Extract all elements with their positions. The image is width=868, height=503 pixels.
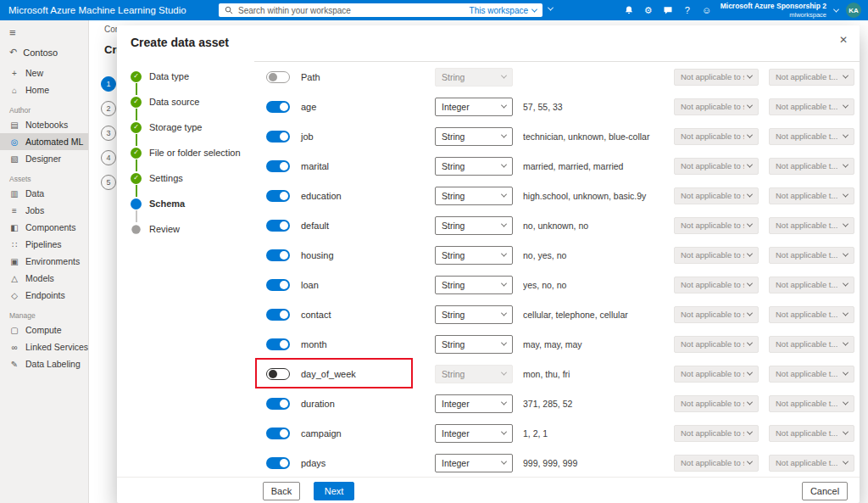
avatar[interactable]: KA bbox=[846, 3, 861, 18]
format-dropdown: Not applicable to sel... bbox=[674, 455, 759, 472]
type-dropdown[interactable]: String bbox=[435, 157, 513, 176]
include-toggle[interactable] bbox=[266, 131, 290, 143]
include-toggle[interactable] bbox=[266, 428, 290, 439]
type-dropdown[interactable]: Integer bbox=[435, 98, 513, 116]
sidebar-item-home[interactable]: ⌂Home bbox=[0, 81, 88, 98]
search-dropdown-caret-icon[interactable] bbox=[548, 5, 554, 11]
sidebar-item-data[interactable]: ▥Data bbox=[0, 185, 88, 202]
include-toggle[interactable] bbox=[266, 101, 290, 113]
column-type-cell: String bbox=[435, 365, 523, 383]
sidebar-item-notebooks[interactable]: ▤Notebooks bbox=[0, 116, 88, 133]
type-dropdown[interactable]: String bbox=[435, 276, 513, 294]
sidebar-item-designer[interactable]: ▧Designer bbox=[0, 150, 88, 167]
account-menu[interactable]: Microsoft Azure Sponsorship 2 mlworkspac… bbox=[721, 2, 826, 18]
sidebar-item-compute[interactable]: ▢Compute bbox=[0, 321, 88, 338]
cancel-button[interactable]: Cancel bbox=[802, 482, 848, 500]
sidebar-item-jobs[interactable]: ≡Jobs bbox=[0, 202, 88, 219]
sidebar-item-label: Models bbox=[25, 273, 54, 283]
format-dropdown-value: Not applicable to sel... bbox=[681, 458, 744, 467]
hamburger-menu-icon[interactable]: ≡ bbox=[0, 20, 88, 42]
settings-gear-icon[interactable]: ⚙ bbox=[643, 4, 654, 16]
format-dropdown-2-value: Not applicable t... bbox=[776, 369, 837, 378]
smiley-feedback-icon[interactable]: ☺ bbox=[701, 4, 713, 16]
type-dropdown[interactable]: Integer bbox=[435, 424, 513, 443]
chevron-down-icon bbox=[843, 221, 849, 227]
step-data-source[interactable]: ✓Data source bbox=[131, 95, 258, 109]
chevron-down-icon bbox=[747, 162, 753, 168]
column-name: loan bbox=[301, 280, 435, 290]
type-dropdown[interactable]: String bbox=[435, 246, 513, 265]
step-storage-type[interactable]: ✓Storage type bbox=[131, 120, 258, 134]
type-dropdown[interactable]: String bbox=[435, 216, 513, 235]
include-toggle[interactable] bbox=[266, 190, 290, 202]
type-dropdown[interactable]: String bbox=[435, 305, 513, 324]
column-examples: technician, unknown, blue-collar bbox=[523, 131, 674, 142]
include-toggle[interactable] bbox=[266, 249, 290, 261]
step-schema[interactable]: Schema bbox=[131, 197, 258, 210]
sidebar-item-models[interactable]: △Models bbox=[0, 270, 88, 287]
include-toggle[interactable] bbox=[266, 338, 290, 350]
format-dropdown-2: Not applicable t... bbox=[769, 128, 854, 145]
include-toggle[interactable] bbox=[266, 279, 290, 291]
type-dropdown[interactable]: Integer bbox=[435, 454, 513, 472]
format-dropdown-2-value: Not applicable t... bbox=[776, 250, 837, 260]
sidebar-item-label: Designer bbox=[25, 154, 61, 164]
format-dropdown: Not applicable to sel... bbox=[674, 306, 759, 323]
format-cell-2: Not applicable t... bbox=[769, 455, 860, 472]
step-data-type[interactable]: ✓Data type bbox=[131, 70, 258, 83]
chevron-down-icon bbox=[843, 251, 849, 257]
type-dropdown[interactable]: String bbox=[435, 187, 513, 205]
account-chevron-icon[interactable] bbox=[833, 6, 839, 12]
include-toggle[interactable] bbox=[266, 368, 290, 380]
format-cell: Not applicable to sel... bbox=[674, 395, 769, 412]
step-settings[interactable]: ✓Settings bbox=[131, 171, 258, 185]
search-input[interactable]: Search within your workspace This worksp… bbox=[219, 3, 542, 17]
column-name: day_of_week bbox=[301, 369, 435, 379]
sidebar-item-components[interactable]: ◧Components bbox=[0, 219, 88, 236]
workspace-name: mlworkspace bbox=[721, 11, 826, 19]
sidebar-item-endpoints[interactable]: ◇Endpoints bbox=[0, 287, 88, 304]
chevron-down-icon bbox=[747, 221, 753, 227]
notifications-bell-icon[interactable] bbox=[623, 4, 635, 16]
format-dropdown-value: Not applicable to sel... bbox=[681, 369, 744, 378]
include-toggle[interactable] bbox=[266, 309, 290, 321]
include-toggle[interactable] bbox=[266, 220, 290, 232]
format-dropdown-2-value: Not applicable t... bbox=[776, 191, 837, 200]
tenant-switcher[interactable]: ↶ Contoso bbox=[0, 42, 88, 64]
next-button[interactable]: Next bbox=[314, 482, 354, 500]
sidebar-item-automated-ml[interactable]: ◎Automated ML bbox=[0, 133, 88, 150]
step-file-or-folder-selection[interactable]: ✓File or folder selection bbox=[131, 146, 258, 159]
sidebar-item-environments[interactable]: ▣Environments bbox=[0, 253, 88, 270]
feedback-icon[interactable] bbox=[662, 4, 674, 16]
toggle-knob bbox=[280, 400, 288, 408]
workspace-scope-selector[interactable]: This workspace bbox=[470, 6, 537, 15]
format-dropdown: Not applicable to sel... bbox=[674, 128, 759, 145]
format-cell-2: Not applicable t... bbox=[769, 336, 860, 353]
format-dropdown-2: Not applicable t... bbox=[769, 247, 854, 264]
type-dropdown[interactable]: String bbox=[435, 335, 513, 354]
toggle-knob bbox=[280, 459, 288, 467]
close-icon[interactable]: ✕ bbox=[839, 34, 848, 46]
type-dropdown: String bbox=[435, 68, 513, 87]
type-dropdown[interactable]: String bbox=[435, 127, 513, 146]
help-icon[interactable]: ? bbox=[682, 4, 693, 16]
sidebar-section-manage: Manage bbox=[0, 304, 88, 321]
chevron-down-icon bbox=[501, 429, 507, 435]
table-row: pdays Integer 999, 999, 999 Not applicab… bbox=[254, 448, 860, 478]
type-dropdown[interactable]: Integer bbox=[435, 394, 513, 413]
step-dot-icon bbox=[131, 198, 142, 210]
sidebar-item-linked-services[interactable]: ∞Linked Services bbox=[0, 338, 88, 355]
back-button[interactable]: Back bbox=[263, 482, 300, 500]
column-name: marital bbox=[301, 161, 435, 171]
toggle-knob bbox=[280, 103, 288, 111]
background-step: 5 bbox=[101, 175, 116, 190]
include-column-cell bbox=[254, 190, 301, 202]
include-toggle[interactable] bbox=[266, 398, 290, 410]
sidebar-item-pipelines[interactable]: ∷Pipelines bbox=[0, 236, 88, 253]
sidebar-item-label: Linked Services bbox=[25, 342, 88, 352]
chevron-down-icon bbox=[843, 310, 849, 316]
sidebar-item-new[interactable]: +New bbox=[0, 64, 88, 81]
sidebar-item-data-labeling[interactable]: ✎Data Labeling bbox=[0, 355, 88, 372]
include-toggle[interactable] bbox=[266, 457, 290, 469]
include-toggle[interactable] bbox=[266, 160, 290, 172]
